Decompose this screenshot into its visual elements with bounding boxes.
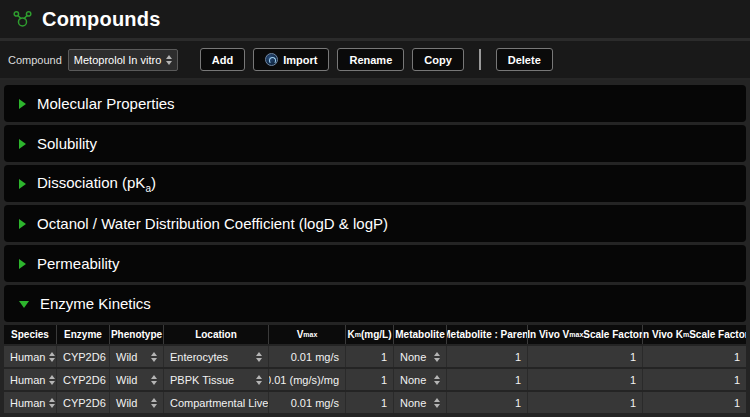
cell-species[interactable]: Human (4, 369, 57, 390)
cell-metabolite_parent[interactable]: 1 (447, 392, 528, 413)
cell-species[interactable]: Human (4, 346, 57, 367)
column-header-vmax: Vmax (269, 325, 346, 344)
spinner-icon[interactable] (256, 352, 262, 362)
spinner-icon[interactable] (434, 398, 440, 408)
cell-vmax[interactable]: 0.01 (mg/s)/mg (269, 369, 346, 390)
cell-metabolite[interactable]: None (394, 369, 447, 390)
copy-button[interactable]: Copy (412, 48, 464, 71)
cell-location[interactable]: Compartmental Liver (164, 392, 269, 413)
cell-location[interactable]: Enterocytes (164, 346, 269, 367)
cell-invivo_vmax_sf[interactable]: 1 (528, 369, 643, 390)
compound-label: Compound (8, 54, 62, 66)
section-label: Octanol / Water Distribution Coefficient… (37, 215, 388, 232)
spinner-icon[interactable] (49, 352, 55, 362)
chevron-right-icon (19, 219, 26, 229)
cell-invivo_vmax_sf[interactable]: 1 (528, 346, 643, 367)
cell-km[interactable]: 1 (346, 346, 394, 367)
page-title: Compounds (42, 8, 160, 31)
cell-km[interactable]: 1 (346, 369, 394, 390)
column-header-species: Species (4, 325, 57, 344)
cell-phenotype[interactable]: Wild (110, 392, 164, 413)
molecule-icon (12, 10, 33, 28)
cell-invivo_km_sf[interactable]: 1 (643, 392, 746, 413)
section-permeability[interactable]: Permeability (4, 245, 746, 282)
table-row: HumanCYP2D6WildCompartmental Liver0.01 m… (4, 392, 746, 413)
chevron-right-icon (19, 259, 26, 269)
section-label: Permeability (37, 255, 120, 272)
toolbar-divider (479, 49, 481, 70)
spinner-icon (166, 55, 172, 65)
cell-metabolite_parent[interactable]: 1 (447, 346, 528, 367)
spinner-icon[interactable] (49, 398, 55, 408)
compounds-screen: Compounds Compound Metoprolol In vitro A… (0, 0, 750, 413)
cell-location[interactable]: PBPK Tissue (164, 369, 269, 390)
cell-metabolite_parent[interactable]: 1 (447, 369, 528, 390)
chevron-right-icon (19, 139, 26, 149)
section-label: Molecular Properties (37, 95, 175, 112)
column-header-metabolite: Metabolite (394, 325, 447, 344)
spinner-icon[interactable] (151, 375, 157, 385)
rename-button[interactable]: Rename (337, 48, 404, 71)
cell-enzyme[interactable]: CYP2D6 (57, 392, 110, 413)
column-header-km: Km (mg/L) (346, 325, 394, 344)
cell-km[interactable]: 1 (346, 392, 394, 413)
cell-species[interactable]: Human (4, 392, 57, 413)
table-header-row: SpeciesEnzymePhenotypeLocationVmaxKm (mg… (4, 325, 746, 344)
title-bar: Compounds (0, 0, 750, 41)
spinner-icon[interactable] (256, 375, 262, 385)
cell-invivo_km_sf[interactable]: 1 (643, 346, 746, 367)
cell-enzyme[interactable]: CYP2D6 (57, 346, 110, 367)
table-row: HumanCYP2D6WildPBPK Tissue0.01 (mg/s)/mg… (4, 369, 746, 390)
section-label: Enzyme Kinetics (40, 295, 151, 312)
column-header-location: Location (164, 325, 269, 344)
column-header-invivo_km_sf: In Vivo Km Scale Factor (643, 325, 746, 344)
section-label: Solubility (37, 135, 97, 152)
cell-metabolite[interactable]: None (394, 346, 447, 367)
column-header-phenotype: Phenotype (110, 325, 164, 344)
cell-vmax[interactable]: 0.01 mg/s (269, 392, 346, 413)
table-row: HumanCYP2D6WildEnterocytes0.01 mg/s1None… (4, 346, 746, 367)
enzyme-kinetics-table: SpeciesEnzymePhenotypeLocationVmaxKm (mg… (4, 325, 746, 413)
cell-phenotype[interactable]: Wild (110, 346, 164, 367)
column-header-invivo_vmax_sf: In Vivo Vmax Scale Factor (528, 325, 643, 344)
import-button[interactable]: Import (253, 48, 329, 71)
compound-select-value: Metoprolol In vitro (74, 54, 161, 66)
cell-invivo_km_sf[interactable]: 1 (643, 369, 746, 390)
column-header-metabolite_parent: Metabolite : Parent (447, 325, 528, 344)
cell-metabolite[interactable]: None (394, 392, 447, 413)
cell-invivo_vmax_sf[interactable]: 1 (528, 392, 643, 413)
chevron-down-icon (19, 301, 29, 308)
chevron-right-icon (19, 99, 26, 109)
section-octanol-water-logd-logp[interactable]: Octanol / Water Distribution Coefficient… (4, 205, 746, 242)
delete-button[interactable]: Delete (496, 48, 553, 71)
section-dissociation-pka[interactable]: Dissociation (pKa) (4, 165, 746, 202)
compound-toolbar: Compound Metoprolol In vitro Add Import … (0, 41, 750, 80)
compound-select[interactable]: Metoprolol In vitro (68, 49, 178, 71)
cell-phenotype[interactable]: Wild (110, 369, 164, 390)
column-header-enzyme: Enzyme (57, 325, 110, 344)
admet-predictor-icon (265, 53, 278, 66)
section-solubility[interactable]: Solubility (4, 125, 746, 162)
spinner-icon[interactable] (434, 375, 440, 385)
section-enzyme-kinetics[interactable]: Enzyme Kinetics (4, 285, 746, 322)
spinner-icon[interactable] (151, 352, 157, 362)
spinner-icon[interactable] (151, 398, 157, 408)
spinner-icon[interactable] (434, 352, 440, 362)
table-body: HumanCYP2D6WildEnterocytes0.01 mg/s1None… (4, 344, 746, 413)
add-button[interactable]: Add (200, 48, 245, 71)
spinner-icon[interactable] (49, 375, 55, 385)
chevron-right-icon (19, 179, 26, 189)
section-molecular-properties[interactable]: Molecular Properties (4, 85, 746, 122)
section-label: Dissociation (pKa) (37, 174, 156, 194)
sections-container: Molecular Properties Solubility Dissocia… (0, 80, 750, 413)
cell-enzyme[interactable]: CYP2D6 (57, 369, 110, 390)
cell-vmax[interactable]: 0.01 mg/s (269, 346, 346, 367)
